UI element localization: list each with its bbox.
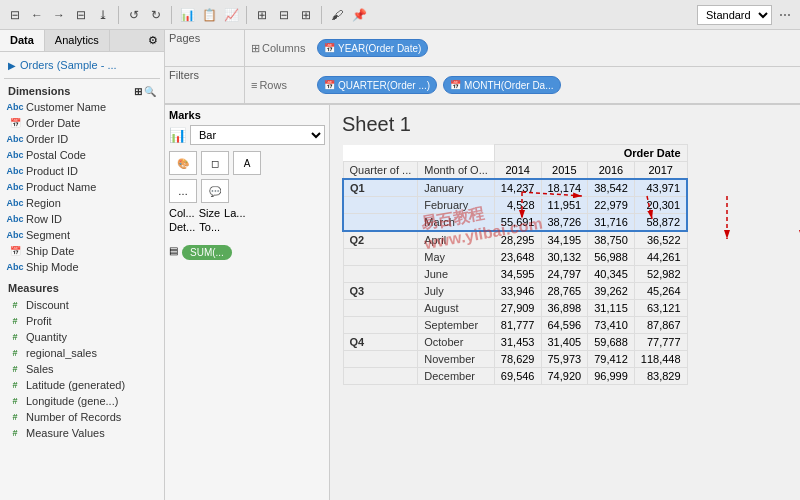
sum-pill[interactable]: SUM(...	[182, 245, 232, 260]
sum-icon: ▤	[169, 245, 178, 256]
field-ship-date[interactable]: 📅 Ship Date	[4, 243, 160, 259]
field-latitude[interactable]: # Latitude (generated)	[4, 377, 160, 393]
main-right: Pages ⊞Columns 📅 YEAR(Order Date) Filter…	[165, 30, 800, 500]
toolbar-group3[interactable]: ⊞	[297, 6, 315, 24]
cell-2016: 31,115	[588, 300, 635, 317]
toolbar-group1[interactable]: ⊞	[253, 6, 271, 24]
table-row: Q3July33,94628,76539,26245,264	[343, 283, 687, 300]
tab-data[interactable]: Data	[0, 30, 45, 51]
col-header-quarter: Quarter of ...	[343, 162, 418, 180]
field-sales[interactable]: # Sales	[4, 361, 160, 377]
toolbar-chart3[interactable]: 📈	[222, 6, 240, 24]
cell-2015: 28,765	[541, 283, 588, 300]
divider-2	[171, 6, 172, 24]
field-order-id[interactable]: Abc Order ID	[4, 131, 160, 147]
month-cell: August	[418, 300, 495, 317]
cell-2017: 87,867	[634, 317, 687, 334]
field-icon-calendar: 📅	[8, 244, 22, 258]
field-num-records[interactable]: # Number of Records	[4, 409, 160, 425]
toolbar-redo[interactable]: ↻	[147, 6, 165, 24]
field-measure-values[interactable]: # Measure Values	[4, 425, 160, 441]
toolbar-chart1[interactable]: 📊	[178, 6, 196, 24]
marks-color-btn[interactable]: 🎨	[169, 151, 197, 175]
cell-2015: 34,195	[541, 231, 588, 249]
marks-detail-btn[interactable]: …	[169, 179, 197, 203]
columns-pill-year[interactable]: 📅 YEAR(Order Date)	[317, 39, 428, 57]
cell-2014: 55,691	[494, 214, 541, 232]
quarter-cell: Q1	[343, 179, 418, 197]
data-table: Order Date Quarter of ... Month of O... …	[342, 144, 688, 385]
cell-2016: 38,750	[588, 231, 635, 249]
col-header-2014: 2014	[494, 162, 541, 180]
toolbar-forward[interactable]: →	[50, 6, 68, 24]
marks-tooltip-btn[interactable]: 💬	[201, 179, 229, 203]
toolbar-standard-dropdown[interactable]: Standard	[697, 5, 772, 25]
field-row-id[interactable]: Abc Row ID	[4, 211, 160, 227]
cell-2014: 69,546	[494, 368, 541, 385]
field-customer-name[interactable]: Abc Customer Name	[4, 99, 160, 115]
tab-analytics[interactable]: Analytics	[45, 30, 110, 51]
toolbar: ⊟ ← → ⊟ ⤓ ↺ ↻ 📊 📋 📈 ⊞ ⊟ ⊞ 🖌 📌 Standard ⋯	[0, 0, 800, 30]
quarter-cell: Q3	[343, 283, 418, 300]
table-row: February4,52811,95122,97920,301	[343, 197, 687, 214]
toolbar-group2[interactable]: ⊟	[275, 6, 293, 24]
month-cell: December	[418, 368, 495, 385]
field-ship-mode[interactable]: Abc Ship Mode	[4, 259, 160, 275]
table-row: May23,64830,13256,98844,261	[343, 249, 687, 266]
field-label: Postal Code	[26, 149, 86, 161]
cell-2016: 31,716	[588, 214, 635, 232]
cell-2016: 56,988	[588, 249, 635, 266]
field-icon-abc: Abc	[8, 228, 22, 242]
toolbar-pin[interactable]: 📌	[350, 6, 368, 24]
field-product-name[interactable]: Abc Product Name	[4, 179, 160, 195]
marks-buttons-group: 🎨 ◻ A	[169, 151, 325, 175]
toolbar-chart2[interactable]: 📋	[200, 6, 218, 24]
table-row: June34,59524,79740,34552,982	[343, 266, 687, 283]
cell-2015: 24,797	[541, 266, 588, 283]
connection-item[interactable]: ▶ Orders (Sample - ...	[4, 56, 160, 74]
tab-settings-icon[interactable]: ⚙	[142, 30, 164, 51]
month-cell: September	[418, 317, 495, 334]
field-icon-hash: #	[8, 410, 22, 424]
marks-label-btn[interactable]: A	[233, 151, 261, 175]
cell-2015: 74,920	[541, 368, 588, 385]
marks-size-btn[interactable]: ◻	[201, 151, 229, 175]
dimensions-list: Abc Customer Name 📅 Order Date Abc Order…	[4, 99, 160, 275]
toolbar-save[interactable]: ⤓	[94, 6, 112, 24]
toolbar-undo[interactable]: ↺	[125, 6, 143, 24]
dim-grid-icon[interactable]: ⊞	[134, 86, 142, 97]
marks-type-select[interactable]: Bar	[190, 125, 325, 145]
rows-pill-month[interactable]: 📅 MONTH(Order Da...	[443, 76, 560, 94]
field-label: Measure Values	[26, 427, 105, 439]
field-longitude[interactable]: # Longitude (gene...)	[4, 393, 160, 409]
toolbar-more[interactable]: ⋯	[776, 6, 794, 24]
dim-search-icon[interactable]: 🔍	[144, 86, 156, 97]
la-label: La...	[224, 207, 245, 219]
filters-label: Filters	[169, 69, 240, 81]
field-quantity[interactable]: # Quantity	[4, 329, 160, 345]
cell-2017: 83,829	[634, 368, 687, 385]
toolbar-color[interactable]: 🖌	[328, 6, 346, 24]
field-discount[interactable]: # Discount	[4, 297, 160, 313]
rows-pill-quarter[interactable]: 📅 QUARTER(Order ...)	[317, 76, 437, 94]
toolbar-home[interactable]: ⊟	[72, 6, 90, 24]
col-header-2017: 2017	[634, 162, 687, 180]
field-profit[interactable]: # Profit	[4, 313, 160, 329]
field-order-date[interactable]: 📅 Order Date	[4, 115, 160, 131]
quarter-cell	[343, 368, 418, 385]
cell-2017: 63,121	[634, 300, 687, 317]
toolbar-back[interactable]: ←	[28, 6, 46, 24]
month-cell: October	[418, 334, 495, 351]
toolbar-icon-1[interactable]: ⊟	[6, 6, 24, 24]
field-label: Number of Records	[26, 411, 121, 423]
field-product-id[interactable]: Abc Product ID	[4, 163, 160, 179]
cell-2017: 52,982	[634, 266, 687, 283]
to-label: To...	[199, 221, 220, 233]
section-divider-1	[4, 78, 160, 79]
field-region[interactable]: Abc Region	[4, 195, 160, 211]
field-label: Customer Name	[26, 101, 106, 113]
field-segment[interactable]: Abc Segment	[4, 227, 160, 243]
field-regional-sales[interactable]: # regional_sales	[4, 345, 160, 361]
field-postal-code[interactable]: Abc Postal Code	[4, 147, 160, 163]
quarter-cell	[343, 249, 418, 266]
